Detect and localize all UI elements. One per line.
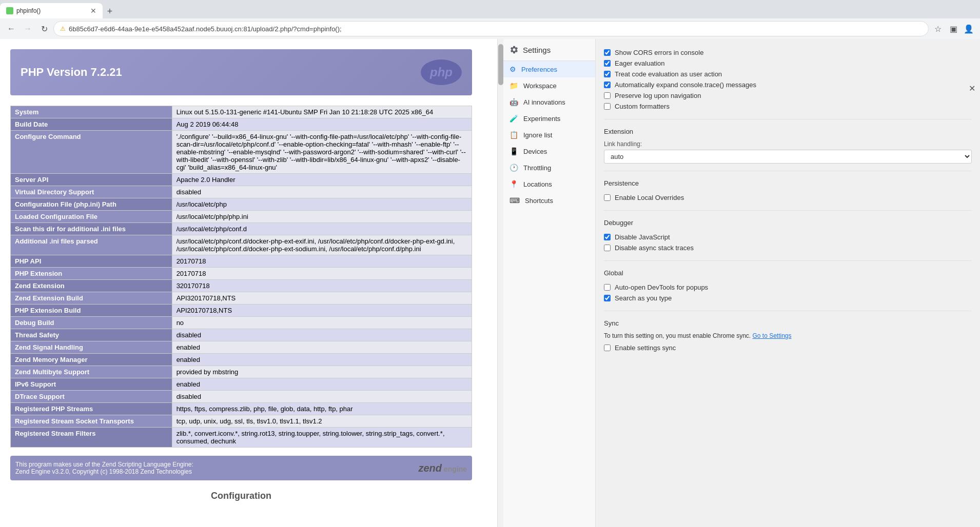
table-value: no <box>172 317 472 329</box>
zend-logo: zend engine <box>418 461 467 475</box>
footer-line1: This program makes use of the Zend Scrip… <box>15 461 193 468</box>
treat-code-row: Treat code evaluation as user action <box>604 69 972 79</box>
auto-expand-checkbox[interactable] <box>604 82 611 88</box>
browser-content: PHP Version 7.2.21 php SystemLinux out 5… <box>0 39 980 527</box>
sidebar-item-preferences[interactable]: ⚙Preferences <box>503 61 595 77</box>
scrollbar[interactable] <box>497 39 503 527</box>
show-cors-checkbox[interactable] <box>604 49 611 56</box>
persistence-section: Persistence Enable Local Overrides <box>604 179 972 203</box>
enable-local-checkbox[interactable] <box>604 194 611 201</box>
disable-async-label: Disable async stack traces <box>615 244 694 252</box>
table-row: Zend Extension BuildAPI320170718,NTS <box>11 292 472 305</box>
settings-title: Settings <box>523 46 551 54</box>
sidebar-item-ignore_list[interactable]: 📋Ignore list <box>503 127 595 143</box>
show-cors-label: Show CORS errors in console <box>615 49 703 56</box>
link-handling-label: Link handling: <box>604 140 972 148</box>
treat-code-checkbox[interactable] <box>604 71 611 77</box>
sidebar-item-workspace[interactable]: 📁Workspace <box>503 77 595 94</box>
table-value: /usr/local/etc/php/conf.d <box>172 223 472 235</box>
link-handling-group: Link handling: auto frontend backend <box>604 140 972 164</box>
sidebar-item-shortcuts[interactable]: ⌨Shortcuts <box>503 192 595 209</box>
preferences-icon: ⚙ <box>509 65 516 73</box>
table-row: Build DateAug 2 2019 06:44:48 <box>11 118 472 131</box>
preserve-log-checkbox[interactable] <box>604 92 611 99</box>
nav-actions: ☆ ▣ 👤 <box>931 22 976 36</box>
table-row: Registered PHP Streamshttps, ftps, compr… <box>11 403 472 415</box>
search-type-checkbox[interactable] <box>604 295 611 301</box>
custom-fmt-row: Custom formatters <box>604 101 972 112</box>
extensions-button[interactable]: ▣ <box>946 22 961 36</box>
table-row: Configuration File (php.ini) Path/usr/lo… <box>11 198 472 211</box>
table-value: provided by mbstring <box>172 366 472 378</box>
enable-sync-row: Enable settings sync <box>604 342 972 353</box>
sidebar-item-ai_innovations[interactable]: 🤖AI innovations <box>503 94 595 110</box>
settings-close-button[interactable]: ✕ <box>966 82 978 94</box>
sidebar-item-devices[interactable]: 📱Devices <box>503 143 595 159</box>
divider-4 <box>604 260 972 261</box>
enable-local-label: Enable Local Overrides <box>615 194 684 201</box>
disable-async-checkbox[interactable] <box>604 245 611 251</box>
divider-1 <box>604 119 972 119</box>
table-key: DTrace Support <box>11 391 172 403</box>
php-version: PHP Version 7.2.21 <box>21 66 122 79</box>
workspace-icon: 📁 <box>509 82 518 90</box>
disable-js-row: Disable JavaScript <box>604 232 972 242</box>
custom-fmt-label: Custom formatters <box>615 103 670 110</box>
table-value: https, ftps, compress.zlib, php, file, g… <box>172 403 472 415</box>
link-handling-select[interactable]: auto frontend backend <box>604 150 972 164</box>
table-key: Zend Signal Handling <box>11 341 172 354</box>
auto-open-row: Auto-open DevTools for popups <box>604 282 972 293</box>
auto-open-checkbox[interactable] <box>604 284 611 291</box>
table-row: Zend Signal Handlingenabled <box>11 341 472 354</box>
disable-js-checkbox[interactable] <box>604 234 611 240</box>
sidebar-item-label: Locations <box>523 180 552 188</box>
nav-bar: ← → ↻ ⚠ 6b85c6d7-e6d6-44aa-9e1e-e5458a45… <box>0 18 980 39</box>
back-button[interactable]: ← <box>4 22 18 36</box>
tab-favicon <box>6 7 13 14</box>
reload-button[interactable]: ↻ <box>37 22 51 36</box>
table-value: disabled <box>172 329 472 341</box>
sidebar-item-label: Workspace <box>523 82 557 90</box>
security-icon: ⚠ <box>60 25 66 32</box>
table-row: SystemLinux out 5.15.0-131-generic #141-… <box>11 106 472 118</box>
table-row: Scan this dir for additional .ini files/… <box>11 223 472 235</box>
table-value: 320170718 <box>172 280 472 292</box>
address-bar[interactable]: ⚠ 6b85c6d7-e6d6-44aa-9e1e-e5458a452aaf.n… <box>53 21 929 36</box>
sync-link[interactable]: Go to Settings <box>753 332 792 339</box>
sidebar-item-label: AI innovations <box>523 98 565 106</box>
profile-button[interactable]: 👤 <box>962 22 976 36</box>
new-tab-button[interactable]: + <box>103 4 117 18</box>
custom-fmt-checkbox[interactable] <box>604 103 611 110</box>
devtools-panel: Settings ⚙Preferences📁Workspace🤖AI innov… <box>503 39 980 527</box>
sidebar-item-throttling[interactable]: 🕐Throttling <box>503 159 595 176</box>
active-tab[interactable]: phpinfo() ✕ <box>0 3 103 18</box>
browser-chrome: phpinfo() ✕ + ← → ↻ ⚠ 6b85c6d7-e6d6-44aa… <box>0 0 980 39</box>
table-key: Registered PHP Streams <box>11 403 172 415</box>
table-key: PHP Extension <box>11 268 172 280</box>
table-row: Virtual Directory Supportdisabled <box>11 186 472 198</box>
extension-section: Extension Link handling: auto frontend b… <box>604 128 972 164</box>
table-value: /usr/local/etc/php/php.ini <box>172 211 472 223</box>
enable-sync-checkbox[interactable] <box>604 344 611 351</box>
sidebar-item-label: Shortcuts <box>525 197 553 205</box>
table-value: /usr/local/etc/php <box>172 198 472 211</box>
table-value: enabled <box>172 378 472 391</box>
table-row: Registered Stream Socket Transportstcp, … <box>11 415 472 428</box>
settings-sidebar: Settings ⚙Preferences📁Workspace🤖AI innov… <box>503 39 596 527</box>
sidebar-item-experiments[interactable]: 🧪Experiments <box>503 110 595 127</box>
table-key: Zend Extension <box>11 280 172 292</box>
tab-close-button[interactable]: ✕ <box>90 7 96 15</box>
webpage[interactable]: PHP Version 7.2.21 php SystemLinux out 5… <box>0 39 497 527</box>
debugger-section: Debugger Disable JavaScript Disable asyn… <box>604 219 972 253</box>
auto-expand-label: Automatically expand console.trace() mes… <box>615 81 756 89</box>
search-type-label: Search as you type <box>615 294 672 302</box>
forward-button[interactable]: → <box>21 22 35 36</box>
debugger-title: Debugger <box>604 219 972 227</box>
sidebar-item-locations[interactable]: 📍Locations <box>503 176 595 192</box>
table-row: Zend Memory Managerenabled <box>11 354 472 366</box>
eager-eval-checkbox[interactable] <box>604 60 611 67</box>
experiments-icon: 🧪 <box>509 114 518 123</box>
divider-5 <box>604 311 972 311</box>
preserve-log-row: Preserve log upon navigation <box>604 90 972 101</box>
bookmark-icon[interactable]: ☆ <box>931 22 945 36</box>
